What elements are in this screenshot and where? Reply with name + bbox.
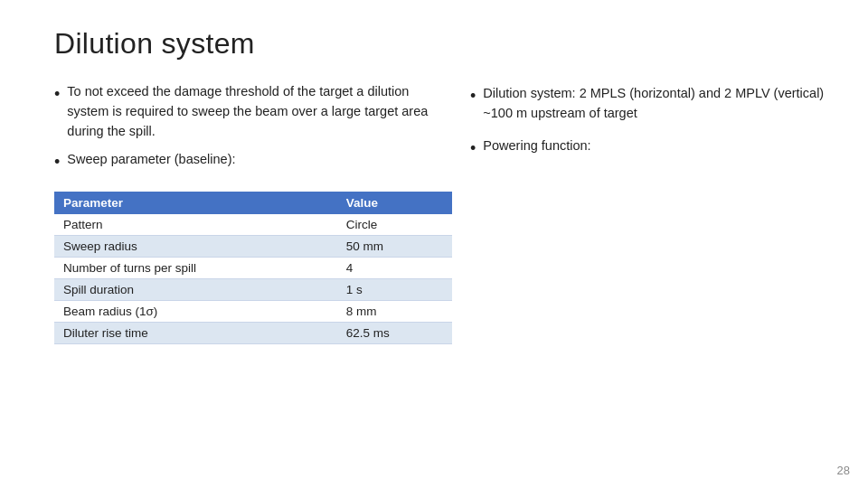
right-bullet-2-text: Powering function: (483, 136, 832, 156)
table-cell-param: Diluter rise time (54, 322, 337, 343)
table-cell-param: Spill duration (54, 278, 337, 300)
table-row: Diluter rise time62.5 ms (54, 322, 452, 343)
table-cell-param: Number of turns per spill (54, 257, 337, 278)
left-bullet-1-text: To not exceed the damage threshold of th… (67, 82, 452, 141)
right-bullet-dot-2: • (470, 138, 476, 159)
table-cell-value: Circle (337, 214, 452, 236)
right-bullet-1: • Dilution system: 2 MPLS (horizontal) a… (470, 84, 832, 124)
left-bullet-2: • Sweep parameter (baseline): (54, 150, 452, 173)
table-cell-param: Pattern (54, 214, 337, 236)
table-row: Number of turns per spill4 (54, 257, 452, 278)
table-cell-value: 8 mm (337, 300, 452, 322)
table-cell-value: 50 mm (337, 235, 452, 257)
slide-title: Dilution system (54, 27, 832, 61)
right-bullet-dot-1: • (470, 86, 476, 107)
col-header-value: Value (337, 192, 452, 214)
table-cell-value: 62.5 ms (337, 322, 452, 343)
table-row: Sweep radius50 mm (54, 235, 452, 257)
right-bullet-2: • Powering function: (470, 136, 832, 159)
content-area: • To not exceed the damage threshold of … (54, 82, 832, 470)
left-column: • To not exceed the damage threshold of … (54, 82, 452, 470)
bullet-dot-1: • (54, 84, 60, 105)
right-bullet-1-text: Dilution system: 2 MPLS (horizontal) and… (483, 84, 832, 124)
right-column: • Dilution system: 2 MPLS (horizontal) a… (470, 82, 832, 470)
table-row: Spill duration1 s (54, 278, 452, 300)
table-row: PatternCircle (54, 214, 452, 236)
table-cell-value: 4 (337, 257, 452, 278)
table-cell-param: Sweep radius (54, 235, 337, 257)
bullet-dot-2: • (54, 152, 60, 173)
parameter-table: Parameter Value PatternCircleSweep radiu… (54, 192, 452, 344)
slide: Dilution system • To not exceed the dama… (0, 0, 868, 488)
table-row: Beam radius (1σ)8 mm (54, 300, 452, 322)
table-header-row: Parameter Value (54, 192, 452, 214)
col-header-parameter: Parameter (54, 192, 337, 214)
left-bullet-2-text: Sweep parameter (baseline): (67, 150, 452, 170)
table-cell-value: 1 s (337, 278, 452, 300)
left-bullet-1: • To not exceed the damage threshold of … (54, 82, 452, 141)
page-number: 28 (837, 464, 850, 477)
table-cell-param: Beam radius (1σ) (54, 300, 337, 322)
